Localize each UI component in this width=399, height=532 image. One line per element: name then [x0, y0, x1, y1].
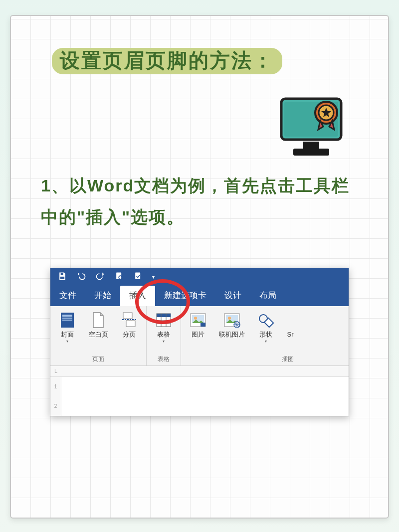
redo-icon[interactable] — [95, 271, 105, 283]
menu-newtab[interactable]: 新建选项卡 — [155, 286, 215, 306]
svg-rect-3 — [293, 149, 329, 156]
title-wrap: 设置页眉页脚的方法： — [56, 46, 278, 75]
picture-icon — [189, 311, 207, 329]
qat-dropdown-icon[interactable]: ▾ — [152, 274, 155, 280]
svg-rect-13 — [62, 318, 72, 319]
online-picture-icon — [223, 311, 241, 329]
svg-rect-14 — [62, 320, 72, 321]
dropdown-icon: ▾ — [66, 339, 68, 344]
menu-home[interactable]: 开始 — [85, 286, 120, 306]
group-label-tables: 表格 — [152, 354, 176, 364]
page-title: 设置页眉页脚的方法： — [56, 46, 278, 75]
svg-rect-15 — [123, 313, 132, 319]
group-illustrations: 图片 联机图片 形状 ▾ Sr 插图 — [181, 306, 301, 365]
quick-access-toolbar: ▾ — [50, 268, 349, 286]
ribbon: 封面 ▾ 空白页 分页 页面 — [50, 306, 349, 366]
btn-picture[interactable]: 图片 — [186, 311, 210, 338]
group-label-pages: 页面 — [55, 354, 141, 364]
svg-rect-2 — [303, 142, 319, 149]
svg-rect-19 — [157, 314, 171, 317]
svg-point-30 — [228, 317, 231, 320]
menu-bar: 文件 开始 插入 新建选项卡 设计 布局 — [50, 286, 349, 306]
group-tables: 表格 ▾ 表格 — [147, 306, 181, 365]
btn-shapes[interactable]: 形状 ▾ — [254, 311, 278, 344]
svg-point-26 — [194, 317, 197, 320]
ruler-mark: L — [54, 368, 57, 374]
blank-page-icon — [89, 311, 107, 329]
table-icon — [155, 311, 173, 329]
btn-smartart-cut[interactable]: Sr — [285, 311, 296, 338]
paper-card: 设置页眉页脚的方法： 1、以Word文档为例，首先点击工具栏中的"插入"选项。 … — [10, 15, 389, 519]
btn-blank-page[interactable]: 空白页 — [86, 311, 110, 338]
file-preview-icon[interactable] — [114, 271, 124, 283]
dropdown-icon: ▾ — [163, 339, 165, 344]
svg-rect-12 — [62, 315, 72, 317]
page-break-icon — [120, 311, 138, 329]
save-icon[interactable] — [57, 271, 67, 283]
menu-file[interactable]: 文件 — [50, 286, 85, 306]
btn-table[interactable]: 表格 ▾ — [152, 311, 176, 344]
menu-layout[interactable]: 布局 — [250, 286, 285, 306]
menu-insert[interactable]: 插入 — [120, 286, 155, 306]
btn-cover-page[interactable]: 封面 ▾ — [55, 311, 79, 344]
menu-design[interactable]: 设计 — [215, 286, 250, 306]
dropdown-icon: ▾ — [265, 339, 267, 344]
horizontal-ruler: L — [50, 366, 349, 377]
vertical-ruler: 1 2 — [50, 377, 61, 416]
word-ribbon-screenshot: ▾ 文件 开始 插入 新建选项卡 设计 布局 封面 ▾ — [50, 268, 349, 416]
shapes-icon — [257, 311, 275, 329]
svg-rect-6 — [61, 273, 63, 275]
svg-rect-16 — [126, 321, 135, 327]
svg-rect-7 — [60, 277, 64, 279]
spellcheck-icon[interactable] — [133, 271, 143, 283]
computer-award-icon — [278, 96, 348, 163]
document-area: L 1 2 — [50, 366, 349, 416]
svg-rect-33 — [264, 318, 273, 327]
svg-rect-27 — [200, 323, 205, 327]
group-pages: 封面 ▾ 空白页 分页 页面 — [50, 306, 147, 365]
group-label-illus: 插图 — [186, 354, 296, 364]
cover-page-icon — [58, 311, 76, 329]
btn-online-picture[interactable]: 联机图片 — [217, 311, 247, 338]
undo-icon[interactable] — [76, 271, 86, 283]
btn-page-break[interactable]: 分页 — [117, 311, 141, 338]
step-1-text: 1、以Word文档为例，首先点击工具栏中的"插入"选项。 — [41, 170, 358, 233]
